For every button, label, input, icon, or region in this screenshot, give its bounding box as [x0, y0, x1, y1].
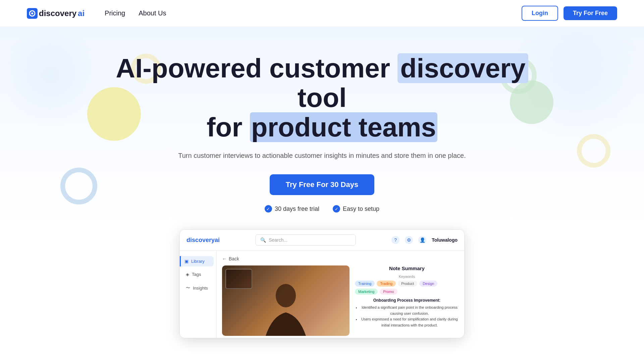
logo[interactable]: discoveryai — [27, 8, 85, 19]
navbar: discoveryai Pricing About Us Login Try F… — [0, 0, 644, 27]
app-header-right: ? ⚙ 👤 Toluwalogo — [391, 236, 458, 244]
app-body: ▣ Library ◈ Tags 〜 Insights ← Back — [180, 251, 464, 338]
nav-links: Pricing About Us — [105, 9, 166, 17]
keyword-promo: Promo — [380, 289, 397, 295]
search-placeholder: Search... — [269, 237, 287, 243]
app-logo: discoveryai — [186, 237, 220, 244]
app-logo-discovery: discovery — [186, 237, 215, 243]
video-thumbnail[interactable] — [222, 265, 350, 336]
back-label: Back — [229, 256, 239, 261]
library-icon: ▣ — [184, 259, 189, 264]
check-icon-2: ✓ — [333, 205, 340, 213]
logo-text-ai: ai — [78, 9, 85, 18]
try-free-button[interactable]: Try For Free — [564, 6, 617, 20]
badge-free-trial-label: 30 days free trial — [275, 205, 319, 213]
note-point-1: Identified a significant pain point in t… — [360, 305, 459, 316]
insights-icon: 〜 — [186, 285, 190, 291]
note-summary-panel: Note Summary Keywords Training Trading P… — [355, 265, 459, 338]
hero-badges: ✓ 30 days free trial ✓ Easy to setup — [13, 205, 631, 213]
hero-highlight-discovery: discovery — [397, 53, 528, 83]
app-logo-ai: ai — [215, 237, 220, 243]
login-button[interactable]: Login — [522, 6, 558, 21]
sidebar-library-label: Library — [191, 259, 205, 264]
app-sidebar: ▣ Library ◈ Tags 〜 Insights — [180, 251, 217, 338]
app-main: ← Back N — [217, 251, 464, 338]
keyword-training: Training — [355, 281, 375, 287]
navbar-left: discoveryai Pricing About Us — [27, 8, 166, 19]
keyword-product: Product — [398, 281, 417, 287]
hero-title-line2: tool — [298, 83, 347, 113]
note-summary-title: Note Summary — [355, 265, 459, 271]
sidebar-item-library[interactable]: ▣ Library — [180, 256, 214, 266]
sidebar-item-tags[interactable]: ◈ Tags — [182, 269, 214, 280]
settings-icon[interactable]: ⚙ — [405, 236, 413, 244]
keywords-label: Keywords — [355, 275, 459, 279]
note-point-2: Users expressed a need for simplificatio… — [360, 316, 459, 328]
svg-point-2 — [31, 12, 33, 14]
tags-icon: ◈ — [186, 272, 189, 277]
hero-title-line3: for product teams — [207, 112, 437, 142]
help-icon[interactable]: ? — [391, 236, 399, 244]
badge-easy-setup-label: Easy to setup — [343, 205, 379, 213]
hero-title-line1: AI-powered customer discovery — [116, 53, 528, 83]
logo-icon — [27, 8, 38, 19]
nav-link-about[interactable]: About Us — [139, 9, 166, 17]
deco-circle-ring-blue — [60, 168, 97, 204]
check-icon-1: ✓ — [265, 205, 272, 213]
avatar[interactable]: 👤 — [418, 236, 426, 244]
app-username: Toluwalogo — [432, 237, 458, 243]
hero-title: AI-powered customer discovery tool for p… — [13, 54, 631, 142]
app-header: discoveryai 🔍 Search... ? ⚙ 👤 Toluwalogo — [180, 230, 464, 251]
hero-cta-button[interactable]: Try Free For 30 Days — [270, 174, 374, 195]
onboarding-section-title: Onboarding Process Improvement: — [355, 298, 459, 303]
sidebar-item-insights[interactable]: 〜 Insights — [182, 282, 214, 294]
badge-easy-setup: ✓ Easy to setup — [333, 205, 379, 213]
sidebar-insights-label: Insights — [193, 286, 208, 291]
sidebar-tags-label: Tags — [192, 272, 201, 277]
hero-section: AI-powered customer discovery tool for p… — [0, 27, 644, 352]
search-icon: 🔍 — [260, 237, 266, 243]
logo-text-discovery: discovery — [39, 9, 76, 18]
keyword-trading: Trading — [377, 281, 396, 287]
hero-subtitle: Turn customer interviews to actionable c… — [13, 150, 631, 161]
keywords-row: Training Trading Product Design Marketin… — [355, 281, 459, 295]
hero-highlight-product-teams: product teams — [250, 112, 437, 142]
svg-point-3 — [276, 284, 296, 307]
video-person-thumb — [225, 269, 252, 289]
back-button[interactable]: ← Back — [222, 256, 459, 261]
note-points-list: Identified a significant pain point in t… — [355, 305, 459, 328]
badge-free-trial: ✓ 30 days free trial — [265, 205, 319, 213]
app-preview: discoveryai 🔍 Search... ? ⚙ 👤 Toluwalogo… — [179, 229, 465, 338]
app-search-bar[interactable]: 🔍 Search... — [255, 234, 356, 246]
keyword-design: Design — [419, 281, 437, 287]
back-arrow-icon: ← — [222, 256, 227, 261]
keyword-marketing: Marketing — [355, 289, 378, 295]
navbar-right: Login Try For Free — [522, 6, 617, 21]
nav-link-pricing[interactable]: Pricing — [105, 9, 125, 17]
app-content: Note Summary Keywords Training Trading P… — [222, 265, 459, 338]
person-silhouette — [252, 276, 319, 336]
